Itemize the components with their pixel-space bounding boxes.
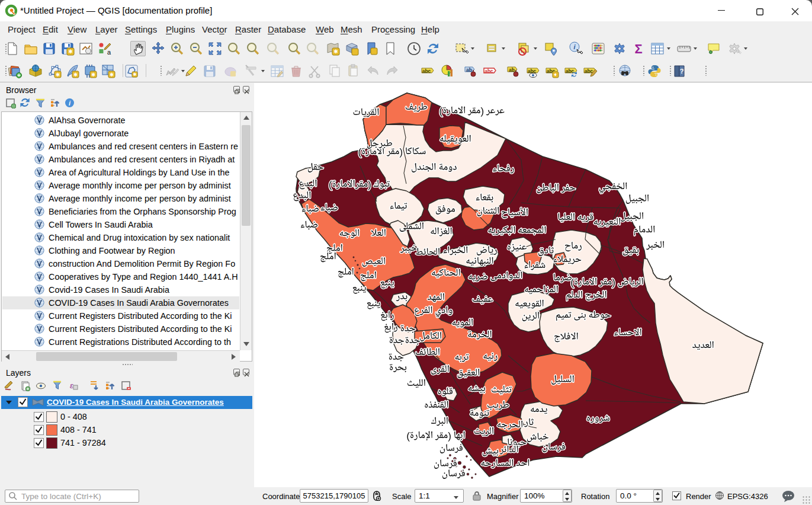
svg-text:✱: ✱ (91, 72, 95, 78)
svg-text:✱: ✱ (333, 49, 338, 55)
svg-text:ab: ab (509, 67, 515, 73)
svg-text:a: a (107, 49, 111, 56)
svg-text:abc: abc (422, 68, 431, 74)
svg-text:?: ? (680, 68, 684, 75)
svg-text:Σ: Σ (634, 41, 642, 56)
svg-text:abc: abc (528, 68, 537, 74)
svg-text:✱: ✱ (110, 72, 114, 78)
svg-text:✱: ✱ (133, 72, 136, 77)
svg-text:ab: ab (466, 67, 472, 73)
svg-text:✱: ✱ (73, 72, 78, 78)
svg-text:✱: ✱ (68, 49, 73, 55)
svg-text:✱: ✱ (56, 72, 60, 78)
svg-text:ε: ε (70, 381, 73, 390)
svg-text:abc: abc (484, 68, 493, 74)
